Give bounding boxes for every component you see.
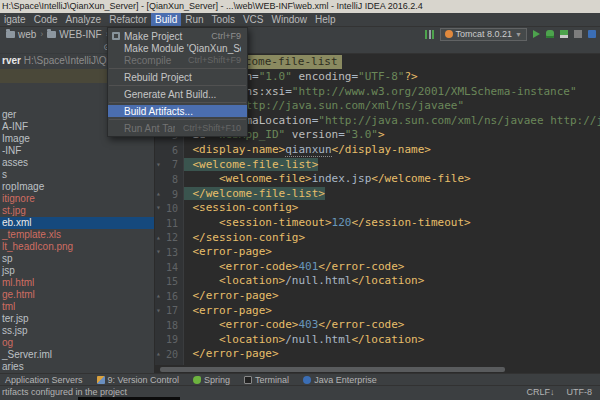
line-number: 20 — [166, 349, 178, 360]
horizontal-scrollbar[interactable] — [160, 367, 505, 372]
code-line[interactable]: </welcome-file-list> — [184, 187, 600, 202]
code-line[interactable]: <session-config> — [184, 201, 600, 216]
fold-marker-icon[interactable]: ▴ — [156, 188, 161, 200]
code-line-text: </error-page> — [184, 289, 279, 302]
tree-item-ge-html[interactable]: ge.html — [0, 289, 154, 301]
encoding-selector[interactable]: UTF-8 — [567, 387, 593, 397]
tree-item-og[interactable]: og — [0, 337, 154, 349]
code-line[interactable]: <location>/null.html</location> — [184, 274, 600, 289]
code-line[interactable]: </error-page> — [184, 289, 600, 304]
menu-item-run[interactable]: Run — [181, 13, 207, 26]
green-bars-icon[interactable] — [425, 30, 434, 39]
code-line[interactable]: <error-page> — [184, 245, 600, 260]
menu-item-analyze[interactable]: Analyze — [62, 13, 106, 26]
gutter-line: ▾7 — [155, 158, 183, 173]
navbar-crumb-web[interactable]: web — [6, 29, 36, 40]
code-line[interactable]: <location>/null.html</location> — [184, 333, 600, 348]
tool-window-bar: Application Servers9: Version ControlSpr… — [0, 373, 600, 385]
fold-marker-icon[interactable]: ▾ — [156, 246, 161, 258]
fold-marker-icon[interactable]: ▴ — [156, 290, 161, 302]
toolbar-blue-icon[interactable] — [588, 30, 596, 38]
menu-item-shortcut: Ctrl+Shift+F10 — [175, 123, 241, 133]
line-number: 7 — [172, 159, 178, 170]
menu-item-generate-ant-build[interactable]: Generate Ant Build... — [108, 88, 247, 100]
tree-item-server-iml[interactable]: _Server.iml — [0, 349, 154, 361]
tree-item-ss-jsp[interactable]: ss.jsp — [0, 325, 154, 337]
menu-item-build-artifacts[interactable]: Build Artifacts... — [108, 105, 247, 117]
code-line[interactable]: <error-page> — [184, 304, 600, 319]
menu-item-tools[interactable]: Tools — [208, 13, 239, 26]
menu-item-window[interactable]: Window — [268, 13, 312, 26]
menu-item-help[interactable]: Help — [311, 13, 340, 26]
menu-item-label: Recompile — [124, 55, 180, 66]
gutter-line: 19 — [155, 333, 183, 348]
menu-item-label: Build Artifacts... — [124, 106, 241, 117]
spring-icon — [193, 376, 201, 384]
menu-item-vcs[interactable]: VCS — [239, 13, 268, 26]
code-line[interactable]: <welcome-file>index.jsp</welcome-file> — [184, 172, 600, 187]
run-button[interactable] — [533, 30, 540, 38]
menu-item-refactor[interactable]: Refactor — [105, 13, 151, 26]
fold-marker-icon[interactable]: ▴ — [156, 348, 161, 360]
tree-item-eb-xml[interactable]: eb.xml — [0, 217, 154, 229]
menu-item-code[interactable]: Code — [30, 13, 62, 26]
code-line-text: <error-code>401</error-code> — [184, 260, 404, 273]
tree-item-st-jpg[interactable]: st.jpg — [0, 205, 154, 217]
tree-item-aries[interactable]: aries — [0, 361, 154, 373]
fold-marker-icon[interactable]: ▾ — [156, 305, 161, 317]
tree-item-template-xls[interactable]: _template.xls — [0, 229, 154, 241]
run-configuration-select[interactable]: Tomcat 8.0.21 ▼ — [440, 28, 527, 41]
fold-marker-icon[interactable]: ▴ — [156, 232, 161, 244]
tomcat-icon — [445, 30, 453, 38]
code-line[interactable]: <error-code>401</error-code> — [184, 260, 600, 275]
tool-window-button-spring[interactable]: Spring — [193, 375, 230, 385]
tool-window-button-java-enterprise[interactable]: Java Enterprise — [303, 375, 377, 385]
debug-button[interactable] — [546, 30, 554, 38]
menu-item-run-ant-target[interactable]: Run Ant TargetCtrl+Shift+F10 — [108, 122, 247, 134]
run-with-coverage-button[interactable] — [560, 30, 568, 38]
tree-item-s[interactable]: s — [0, 169, 154, 181]
code-line-text: <welcome-file>index.jsp</welcome-file> — [184, 172, 471, 185]
tree-item-ter-jsp[interactable]: ter.jsp — [0, 313, 154, 325]
tool-window-button-terminal[interactable]: Terminal — [244, 375, 289, 385]
code-line[interactable]: <display-name>qianxun</display-name> — [184, 143, 600, 158]
tree-item-ropimage[interactable]: ropImage — [0, 181, 154, 193]
tool-window-button-application-servers[interactable]: Application Servers — [2, 375, 83, 385]
tree-item-inf[interactable]: -INF — [0, 145, 154, 157]
line-ending-selector[interactable]: CRLF↓ — [526, 387, 554, 397]
fold-marker-icon[interactable]: ▾ — [156, 202, 161, 214]
stop-button[interactable] — [574, 30, 582, 38]
tree-item-itignore[interactable]: itignore — [0, 193, 154, 205]
menu-item-rebuild-project[interactable]: Rebuild Project — [108, 71, 247, 83]
menu-item-build[interactable]: Build — [151, 13, 181, 26]
gutter-line: 14 — [155, 260, 183, 275]
navbar-crumb-web-inf[interactable]: WEB-INF — [47, 29, 101, 40]
tree-item-tml[interactable]: tml — [0, 301, 154, 313]
tree-item-lt-headicon-png[interactable]: lt_headIcon.png — [0, 241, 154, 253]
code-line-text: <error-page> — [184, 245, 272, 258]
code-line[interactable]: <error-code>403</error-code> — [184, 318, 600, 333]
code-line[interactable]: </session-config> — [184, 231, 600, 246]
menu-separator — [109, 102, 246, 103]
terminal-icon — [244, 376, 252, 384]
fold-marker-icon[interactable]: ▾ — [156, 159, 161, 171]
tool-window-button-9-version-control[interactable]: 9: Version Control — [97, 375, 180, 385]
code-line[interactable]: <session-timeout>120</session-timeout> — [184, 216, 600, 231]
code-line[interactable]: <welcome-file-list> — [184, 158, 600, 173]
menu-item-icon-empty — [111, 90, 124, 99]
tree-item-ml-html[interactable]: ml.html — [0, 277, 154, 289]
menu-item-recompile[interactable]: RecompileCtrl+Shift+F9 — [108, 54, 247, 66]
tree-item-jsp[interactable]: jsp — [0, 265, 154, 277]
menu-separator — [109, 119, 246, 120]
menu-item-icon-empty — [111, 44, 124, 53]
menu-item-make-project[interactable]: Make ProjectCtrl+F9 — [108, 30, 247, 42]
line-number: 10 — [166, 203, 178, 214]
code-line-text: </error-page> — [184, 347, 279, 360]
code-line[interactable]: </error-page> — [184, 347, 600, 362]
menu-item-make-module-qianxun-server[interactable]: Make Module 'QianXun_Server' — [108, 42, 247, 54]
tree-item-sp[interactable]: sp — [0, 253, 154, 265]
make-project-icon — [111, 32, 124, 41]
menu-item-igate[interactable]: igate — [0, 13, 30, 26]
version-control-icon — [97, 376, 105, 384]
tree-item-asses[interactable]: asses — [0, 157, 154, 169]
